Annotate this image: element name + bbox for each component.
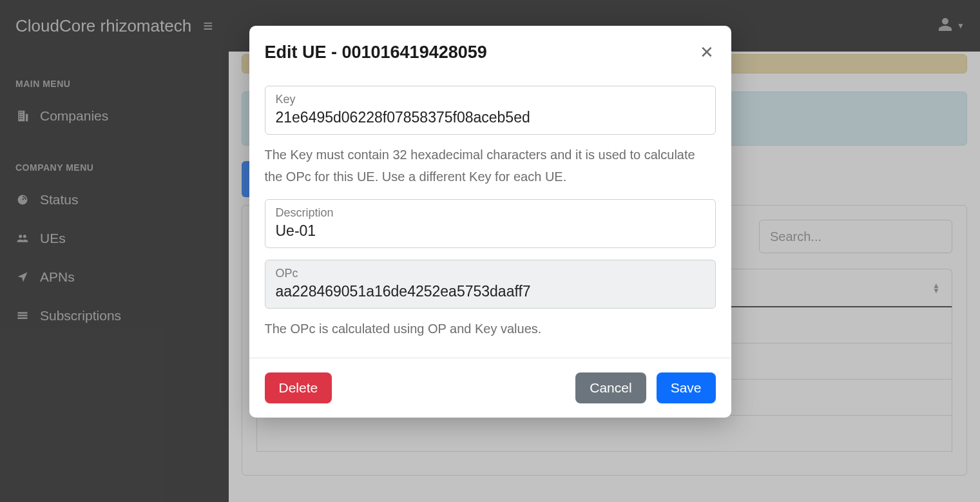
modal-title: Edit UE - 001016419428059 <box>265 43 487 63</box>
key-label: Key <box>276 93 705 106</box>
key-field[interactable]: Key <box>265 86 716 135</box>
edit-ue-modal: Edit UE - 001016419428059 ✕ Key The Key … <box>249 26 731 418</box>
description-label: Description <box>276 206 705 220</box>
modal-body: Key The Key must contain 32 hexadecimal … <box>249 74 731 358</box>
key-help-text: The Key must contain 32 hexadecimal char… <box>265 144 716 188</box>
delete-button[interactable]: Delete <box>265 372 332 403</box>
modal-header: Edit UE - 001016419428059 ✕ <box>249 26 731 74</box>
description-input[interactable] <box>276 222 705 240</box>
close-icon[interactable]: ✕ <box>698 44 716 62</box>
opc-help-text: The OPc is calculated using OP and Key v… <box>265 318 716 340</box>
cancel-button[interactable]: Cancel <box>575 372 646 403</box>
description-field[interactable]: Description <box>265 199 716 248</box>
key-input[interactable] <box>276 109 705 126</box>
save-button[interactable]: Save <box>657 372 716 403</box>
opc-value: aa228469051a16de4252ea5753daaff7 <box>276 283 705 300</box>
modal-footer: Delete Cancel Save <box>249 358 731 418</box>
opc-field: OPc aa228469051a16de4252ea5753daaff7 <box>265 260 716 309</box>
opc-label: OPc <box>276 267 705 280</box>
